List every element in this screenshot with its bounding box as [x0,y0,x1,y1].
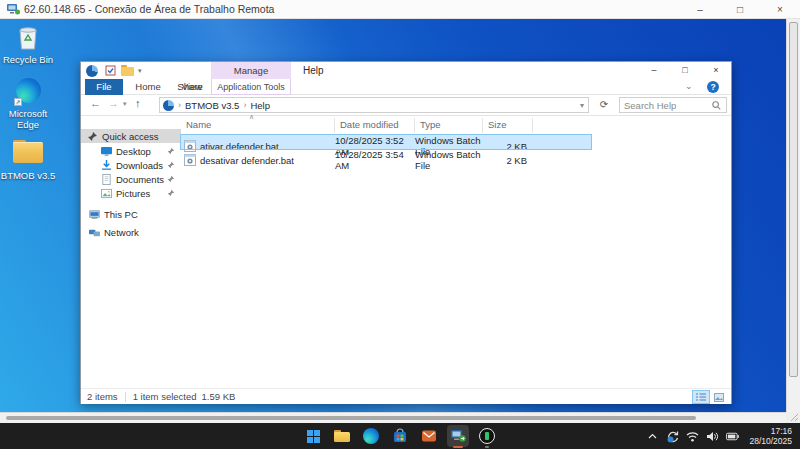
recent-locations-chevron-icon[interactable]: ▾ [123,100,127,108]
taskbar-app-button[interactable] [476,425,498,447]
edge-icon [363,428,379,444]
hidden-icons-chevron[interactable] [646,430,659,443]
status-item-count: 2 items [87,391,118,402]
clock-time: 17:16 [749,426,792,436]
breadcrumb-separator: › [243,100,246,110]
column-header-size[interactable]: Size [483,118,533,133]
ribbon-tab-row: File Home Share Application Tools View ⌄… [81,79,731,95]
clock-date: 28/10/2025 [749,436,792,446]
rdp-maximize-button[interactable]: □ [720,0,760,19]
rdp-horizontal-scrollbar[interactable] [0,412,786,423]
start-button[interactable] [302,425,324,447]
tab-home[interactable]: Home [129,79,167,95]
downloads-icon [101,160,112,171]
details-view-button[interactable] [693,391,709,403]
nav-downloads[interactable]: Downloads [81,158,181,172]
nav-network[interactable]: Network [81,225,181,239]
qat-properties-icon[interactable] [105,64,116,77]
file-row[interactable]: ativar defender.bat 10/28/2025 3:52 AM W… [181,135,591,149]
tab-application-tools[interactable]: Application Tools [211,79,291,95]
remote-desktop: Recycle Bin ↗ Microsoft Edge BTMOB v3.5 [0,19,786,412]
explorer-maximize-button[interactable]: □ [670,62,700,78]
batch-file-icon [184,154,196,166]
desktop-icon-label: Microsoft Edge [0,109,56,130]
back-button[interactable]: ← [90,97,101,109]
pin-icon [87,131,98,142]
activate-windows-watermark: Activate Windows [629,410,751,412]
desktop-icon [101,146,112,157]
remote-desktop-icon [450,429,466,443]
desktop-icon-btmob-folder[interactable]: BTMOB v3.5 [0,137,56,182]
microsoft-store-icon [392,428,408,444]
file-row[interactable]: desativar defender.bat 10/28/2025 3:54 A… [181,149,591,163]
windows-logo-icon [307,430,320,443]
vertical-scrollbar-thumb[interactable] [789,22,798,377]
forward-button[interactable]: → [108,97,119,109]
taskbar-mail-button[interactable] [418,425,440,447]
rdp-minimize-button[interactable]: – [680,0,720,19]
taskbar-remote-desktop-button[interactable] [447,425,469,447]
pin-icon [167,175,175,183]
explorer-minimize-button[interactable]: – [639,62,669,78]
taskbar-file-explorer-button[interactable] [331,425,353,447]
rdp-vertical-scrollbar[interactable] [786,19,800,412]
column-header-type[interactable]: Type [415,118,483,133]
network-icon [89,227,100,238]
shortcut-arrow-icon: ↗ [14,98,22,106]
rdp-titlebar[interactable]: 62.60.148.65 - Conexão de Área de Trabal… [0,0,800,19]
system-tray: 17:16 28/10/2025 [646,423,800,449]
explorer-titlebar[interactable]: ▾ Manage Help – □ × [81,62,731,79]
rdp-app-icon [7,4,20,15]
recycle-bin-icon [17,24,39,50]
documents-icon [101,174,112,185]
horizontal-scrollbar-thumb[interactable] [6,416,696,420]
qat-new-folder-icon[interactable] [121,64,134,77]
nav-pictures[interactable]: Pictures [81,186,181,200]
breadcrumb-folder[interactable]: BTMOB v3.5 [185,100,239,111]
nav-documents[interactable]: Documents [81,172,181,186]
tab-view[interactable]: View [177,79,207,95]
pin-icon [167,189,175,197]
up-button[interactable]: ↑ [135,97,141,109]
address-dropdown-chevron-icon[interactable]: ▾ [580,101,588,110]
column-header-date-modified[interactable]: Date modified [335,118,415,133]
app-icon [479,428,495,444]
mail-app-icon [421,428,437,444]
desktop-icon-recycle-bin[interactable]: Recycle Bin [0,24,56,66]
search-input[interactable] [624,100,712,111]
large-icons-view-button[interactable] [711,391,727,403]
explorer-window-icon [86,64,98,77]
search-box[interactable] [619,97,727,113]
network-icon[interactable] [686,430,699,443]
breadcrumb-current[interactable]: Help [250,100,270,111]
taskbar-store-button[interactable] [389,425,411,447]
refresh-button[interactable]: ⟳ [595,97,613,113]
qat-customize-chevron-icon[interactable]: ▾ [138,64,142,77]
explorer-close-button[interactable]: × [701,62,731,78]
onedrive-sync-icon[interactable] [666,430,679,443]
clock[interactable]: 17:16 28/10/2025 [749,426,792,446]
explorer-window: ▾ Manage Help – □ × File Home Share Appl… [80,61,732,404]
resize-grip[interactable] [786,412,800,423]
this-pc-icon [89,209,100,220]
column-headers: Name Date modified Type Size [181,118,737,133]
file-list: ∧ Name Date modified Type Size ativar [181,116,731,388]
help-icon[interactable]: ? [707,81,719,93]
desktop-icon-label: Recycle Bin [0,55,56,66]
status-bar: 2 items 1 item selected 1.59 KB [81,388,731,404]
nav-desktop[interactable]: Desktop [81,144,181,158]
taskbar-edge-button[interactable] [360,425,382,447]
address-bar[interactable]: › BTMOB v3.5 › Help ▾ [159,97,589,113]
tab-file[interactable]: File [85,79,123,95]
desktop-icon-microsoft-edge[interactable]: ↗ Microsoft Edge [0,77,56,130]
ribbon-collapse-chevron-icon[interactable]: ⌄ [685,81,693,91]
volume-icon[interactable] [706,430,719,443]
nav-this-pc[interactable]: This PC [81,207,181,221]
column-header-name[interactable]: Name [181,118,335,133]
nav-quick-access[interactable]: Quick access [81,129,181,143]
manage-contextual-tab[interactable]: Manage [211,62,291,79]
rdp-close-button[interactable]: × [760,0,800,19]
status-selection-size: 1.59 KB [202,391,236,402]
battery-icon[interactable] [726,430,739,443]
file-size: 2 KB [483,155,533,166]
